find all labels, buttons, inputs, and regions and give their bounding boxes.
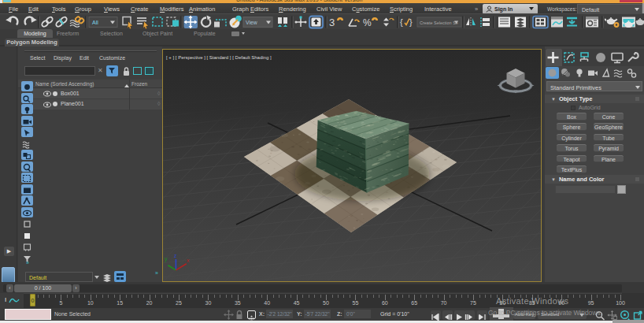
svg-text:All: All (92, 20, 98, 25)
svg-text:Create Selection Se: Create Selection Se (420, 20, 458, 25)
svg-text:[ + ] [ Perspective ] [ Standa: [ + ] [ Perspective ] [ Standard ] [ Def… (166, 55, 272, 60)
svg-text:3: 3 (329, 17, 335, 28)
svg-text:}: } (409, 17, 413, 27)
svg-text:x: x (187, 258, 190, 263)
svg-text:{: { (400, 17, 403, 27)
svg-text:z: z (174, 253, 177, 258)
svg-text:%: % (363, 17, 372, 28)
svg-text:y: y (165, 256, 168, 262)
svg-text:View: View (246, 20, 257, 25)
